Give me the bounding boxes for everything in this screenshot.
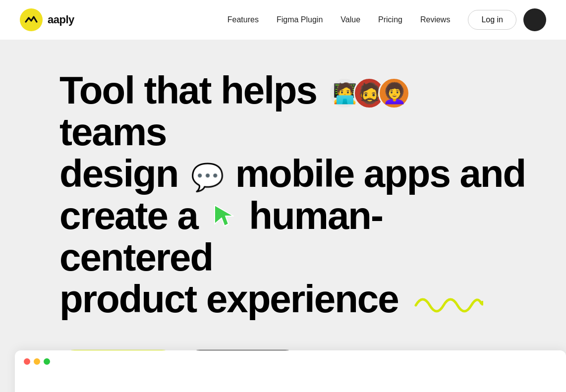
avatar-stack-emoji: 🧑‍💻 🧔 👩‍🦱 (329, 77, 410, 109)
login-button[interactable]: Log in (468, 10, 516, 30)
nav-reviews[interactable]: Reviews (420, 15, 450, 24)
cursor-emoji (211, 203, 236, 234)
browser-dots (15, 350, 566, 373)
hero-text-7: product experience (59, 277, 398, 321)
hero-text-1: Tool that helps (59, 68, 317, 112)
dot-yellow (34, 358, 40, 365)
dot-green (44, 358, 50, 365)
browser-preview (15, 350, 566, 392)
chat-emoji: 💬 (191, 161, 223, 193)
logo-area[interactable]: aaply (20, 8, 74, 31)
nav-value[interactable]: Value (340, 15, 360, 24)
navigation: aaply Features Figma Plugin Value Pricin… (0, 0, 566, 40)
hero-title: Tool that helps 🧑‍💻 🧔 👩‍🦱 teams design 💬… (59, 69, 526, 323)
hero-text-5: create a (59, 194, 198, 237)
dot-red (24, 358, 30, 365)
squiggle-icon (414, 281, 483, 323)
hero-text-3: design (59, 152, 178, 195)
nav-features[interactable]: Features (227, 15, 259, 24)
nav-figma-plugin[interactable]: Figma Plugin (277, 15, 323, 24)
nav-pricing[interactable]: Pricing (378, 15, 402, 24)
avatar-3: 👩‍🦱 (378, 77, 410, 109)
nav-links: Features Figma Plugin Value Pricing Revi… (227, 15, 451, 24)
hero-text-4: mobile apps and (235, 152, 525, 195)
user-avatar[interactable] (523, 8, 546, 31)
svg-marker-0 (215, 205, 233, 226)
hero-section: Tool that helps 🧑‍💻 🧔 👩‍🦱 teams design 💬… (0, 40, 566, 392)
logo-icon (20, 8, 43, 31)
brand-name: aaply (48, 13, 74, 26)
hero-text-2: teams (59, 110, 166, 154)
